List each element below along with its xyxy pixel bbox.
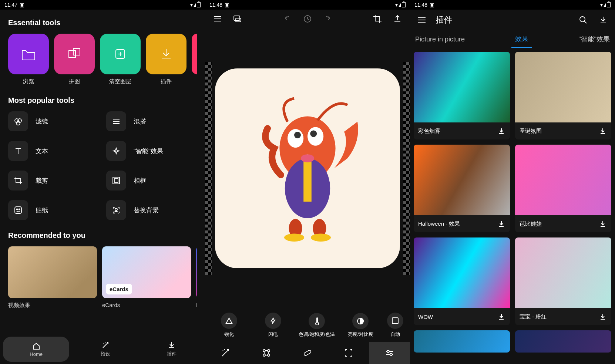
popular-text[interactable]: 文本 — [8, 141, 99, 161]
essential-clear-layer[interactable]: 清空图层 — [100, 34, 141, 85]
tool-sharpen[interactable]: 锐化 — [211, 313, 248, 338]
nav-plugins[interactable]: 插件 — [139, 334, 205, 364]
tab-smart[interactable]: "智能"效果 — [575, 30, 614, 48]
bottom-adjust[interactable] — [369, 342, 410, 364]
wand-icon — [101, 341, 110, 349]
layers-panel-icon[interactable] — [232, 14, 243, 24]
popular-crop[interactable]: 裁剪 — [8, 171, 99, 191]
adjustment-tools: 锐化 闪电 色调/饱和度/色温 亮度/对比度 自动 — [205, 309, 410, 342]
phone-screen-editor: 11:48 ▣ ▾ — [205, 0, 410, 364]
effect-card[interactable]: WOW — [414, 237, 510, 325]
download-icon[interactable] — [497, 313, 505, 321]
svg-point-32 — [268, 354, 270, 356]
filter-icon — [13, 116, 23, 127]
svg-point-30 — [268, 350, 270, 352]
bottom-fullscreen[interactable] — [328, 342, 369, 364]
effect-thumbnail — [515, 52, 611, 122]
wifi-icon: ▾ — [190, 2, 193, 8]
effect-card[interactable]: 彩色烟雾 — [414, 52, 510, 139]
status-bar: 11:48 ▣ ▾ — [205, 0, 410, 10]
rec-card-ecards[interactable]: eCards eCards — [102, 246, 191, 309]
svg-point-36 — [580, 17, 585, 22]
rec-title: 视频效果 — [8, 302, 97, 309]
download-icon[interactable] — [599, 313, 607, 321]
menu-icon[interactable] — [212, 14, 223, 24]
bottom-heal[interactable] — [287, 342, 328, 364]
battery-icon — [607, 2, 611, 7]
svg-point-20 — [294, 132, 301, 138]
popular-filter[interactable]: 滤镜 — [8, 111, 99, 131]
tool-lightning[interactable]: 闪电 — [255, 313, 292, 338]
effects-grid[interactable]: 彩色烟雾 圣诞氛围 Halloween - 效果 芭比娃娃 WOW 宝宝 - 粉… — [410, 48, 615, 364]
undo-icon[interactable] — [282, 14, 293, 24]
effect-card[interactable]: 宝宝 - 粉红 — [515, 237, 611, 325]
crop-icon[interactable] — [372, 14, 383, 24]
lobster-character-icon — [241, 94, 374, 242]
download-icon[interactable] — [599, 220, 607, 228]
effect-label: Halloween - 效果 — [418, 220, 460, 228]
popular-replace-bg[interactable]: 替换背景 — [106, 200, 197, 220]
redo-icon[interactable] — [322, 14, 333, 24]
history-icon[interactable] — [302, 14, 313, 24]
text-icon — [13, 146, 23, 156]
menu-icon[interactable] — [417, 15, 427, 25]
tab-effects[interactable]: 效果 — [511, 30, 532, 48]
essential-browse[interactable]: 浏览 — [8, 34, 49, 85]
popular-frame[interactable]: 相框 — [106, 171, 197, 191]
effect-label: 宝宝 - 粉红 — [520, 313, 547, 320]
bottom-nav: Home 预设 插件 — [0, 334, 205, 364]
effect-card[interactable] — [515, 330, 611, 353]
search-icon[interactable] — [578, 15, 588, 25]
essential-collage[interactable]: 拼图 — [54, 34, 95, 85]
tool-label: 闪电 — [268, 331, 278, 338]
effect-thumbnail — [515, 145, 611, 215]
essential-plugin[interactable]: 插件 — [146, 34, 186, 85]
effect-card[interactable]: 芭比娃娃 — [515, 145, 611, 232]
popular-label: 滤镜 — [36, 117, 48, 126]
popular-tools-grid: 滤镜 混搭 文本 "智能"效果 裁剪 相框 — [8, 111, 197, 220]
popular-label: 贴纸 — [36, 206, 48, 215]
effect-card[interactable]: Halloween - 效果 — [414, 145, 510, 232]
tab-label: Picture in picture — [415, 36, 465, 43]
popular-label: 混搭 — [134, 117, 146, 126]
export-icon[interactable] — [392, 14, 403, 24]
tab-pip[interactable]: Picture in picture — [411, 30, 468, 48]
nav-presets[interactable]: 预设 — [72, 334, 138, 364]
signal-icon — [399, 3, 401, 7]
status-bar: 11:47 ▣ ▾ — [0, 0, 205, 10]
svg-point-29 — [263, 350, 265, 352]
status-time: 11:47 — [4, 2, 17, 8]
tool-brightness[interactable]: 亮度/对比度 — [342, 313, 379, 337]
bottom-wand[interactable] — [205, 342, 246, 364]
editor-top-bar — [205, 10, 410, 28]
popular-label: 文本 — [36, 147, 48, 155]
download-icon[interactable] — [497, 127, 505, 135]
effect-card[interactable]: 圣诞氛围 — [515, 52, 611, 139]
svg-rect-7 — [114, 179, 118, 182]
download-icon[interactable] — [599, 127, 607, 135]
effect-label: WOW — [418, 314, 433, 320]
home-icon — [32, 342, 40, 350]
popular-mix[interactable]: 混搭 — [106, 111, 197, 131]
editor-canvas[interactable] — [205, 28, 410, 309]
auto-icon — [391, 317, 399, 325]
download-icon[interactable] — [598, 15, 608, 25]
tool-auto[interactable]: 自动 — [386, 313, 404, 338]
bolt-icon — [269, 317, 277, 325]
tool-hue-sat-temp[interactable]: 色调/饱和度/色温 — [298, 313, 335, 337]
nav-home[interactable]: Home — [3, 337, 69, 362]
essential-more[interactable] — [192, 34, 197, 85]
add-layer-icon — [112, 46, 129, 63]
wifi-icon: ▾ — [395, 2, 398, 8]
effect-card[interactable] — [414, 330, 510, 353]
rec-thumbnail — [196, 246, 197, 298]
rec-card-more[interactable]: Pho... — [196, 246, 197, 309]
download-icon[interactable] — [497, 220, 505, 228]
popular-sticker[interactable]: 贴纸 — [8, 200, 99, 220]
bottom-nodes[interactable] — [246, 342, 287, 364]
svg-point-9 — [17, 209, 18, 210]
popular-smart-effect[interactable]: "智能"效果 — [106, 141, 197, 161]
svg-point-11 — [115, 208, 117, 210]
rec-card-video[interactable]: 视频效果 — [8, 246, 97, 309]
notif-icon: ▣ — [20, 2, 24, 8]
